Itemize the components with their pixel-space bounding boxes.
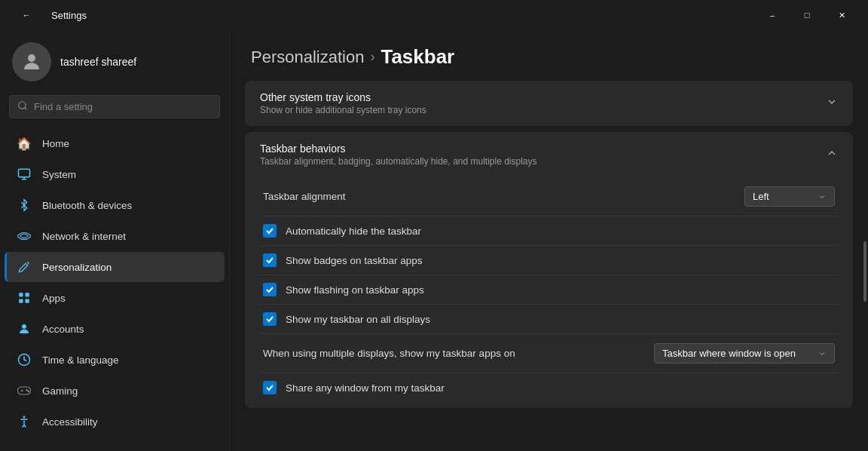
- home-icon: 🏠: [17, 136, 32, 151]
- behaviors-content: Taskbar alignment Left Automatically hid…: [245, 177, 853, 408]
- breadcrumb-parent[interactable]: Personalization: [251, 48, 364, 67]
- search-input[interactable]: [34, 101, 212, 112]
- system-tray-title: Other system tray icons: [260, 91, 426, 103]
- back-button[interactable]: ←: [9, 3, 44, 27]
- avatar: [12, 42, 51, 81]
- sidebar-item-accessibility[interactable]: Accessibility: [5, 407, 225, 437]
- flashing-label: Show flashing on taskbar apps: [286, 284, 424, 296]
- all-displays-checkbox[interactable]: [263, 312, 277, 326]
- svg-point-17: [28, 391, 29, 391]
- badges-row: Show badges on taskbar apps: [260, 246, 838, 275]
- content-area: Personalization › Taskbar Other system t…: [230, 30, 868, 451]
- nav-label-home: Home: [42, 138, 69, 149]
- breadcrumb-separator: ›: [370, 49, 374, 65]
- auto-hide-label: Automatically hide the taskbar: [286, 226, 421, 237]
- alignment-row: Taskbar alignment Left: [260, 177, 838, 216]
- nav-label-time: Time & language: [42, 354, 119, 366]
- behaviors-section: Taskbar behaviors Taskbar alignment, bad…: [245, 132, 853, 408]
- search-icon: [17, 100, 28, 113]
- close-button[interactable]: ✕: [824, 3, 859, 27]
- all-displays-label: Show my taskbar on all displays: [286, 314, 430, 325]
- alignment-dropdown[interactable]: Left: [744, 186, 835, 207]
- svg-rect-8: [26, 293, 29, 296]
- flashing-row: Show flashing on taskbar apps: [260, 275, 838, 305]
- sidebar-item-accounts[interactable]: Accounts: [5, 314, 225, 344]
- svg-rect-7: [19, 293, 23, 296]
- badges-checkbox[interactable]: [263, 253, 277, 267]
- svg-point-1: [19, 102, 26, 109]
- user-name: tashreef shareef: [60, 56, 136, 68]
- nav-label-system: System: [42, 169, 76, 180]
- sidebar-item-system[interactable]: System: [5, 159, 225, 189]
- scrollbar-thumb[interactable]: [863, 241, 866, 302]
- nav-label-network: Network & internet: [42, 231, 126, 242]
- search-box[interactable]: [9, 95, 220, 118]
- svg-point-0: [28, 54, 35, 62]
- svg-point-11: [22, 324, 26, 329]
- minimize-button[interactable]: –: [755, 3, 790, 27]
- nav-label-accounts: Accounts: [42, 324, 84, 335]
- sidebar-item-personalization[interactable]: Personalization: [5, 252, 225, 282]
- user-profile[interactable]: tashreef shareef: [0, 30, 229, 91]
- nav-label-gaming: Gaming: [42, 385, 78, 397]
- nav-label-personalization: Personalization: [42, 262, 112, 273]
- sidebar-item-network[interactable]: Network & internet: [5, 221, 225, 251]
- app-title: Settings: [51, 10, 87, 21]
- system-tray-section: Other system tray icons Show or hide add…: [245, 81, 853, 126]
- sidebar-item-time[interactable]: Time & language: [5, 345, 225, 375]
- network-icon: [17, 229, 32, 244]
- time-icon: [17, 352, 32, 367]
- multi-display-label: When using multiple displays, show my ta…: [263, 348, 515, 359]
- search-container: [0, 91, 229, 127]
- badges-label: Show badges on taskbar apps: [286, 255, 423, 266]
- share-window-label: Share any window from my taskbar: [286, 382, 445, 394]
- auto-hide-checkbox[interactable]: [263, 224, 277, 238]
- app-body: tashreef shareef 🏠 Home: [0, 30, 868, 451]
- share-window-row: Share any window from my taskbar: [260, 373, 838, 402]
- svg-line-6: [27, 262, 29, 264]
- sidebar-item-home[interactable]: 🏠 Home: [5, 128, 225, 158]
- sidebar-item-apps[interactable]: Apps: [5, 283, 225, 313]
- flashing-checkbox[interactable]: [263, 283, 277, 296]
- svg-line-2: [25, 108, 27, 110]
- nav-label-apps: Apps: [42, 293, 66, 304]
- sidebar: tashreef shareef 🏠 Home: [0, 30, 230, 451]
- alignment-label: Taskbar alignment: [263, 191, 346, 202]
- nav-label-accessibility: Accessibility: [42, 416, 98, 428]
- personalization-icon: [17, 259, 32, 275]
- system-tray-header[interactable]: Other system tray icons Show or hide add…: [245, 81, 853, 126]
- multi-display-row: When using multiple displays, show my ta…: [260, 334, 838, 373]
- svg-rect-3: [19, 169, 30, 177]
- nav-label-bluetooth: Bluetooth & devices: [42, 200, 132, 211]
- svg-rect-9: [19, 299, 23, 303]
- auto-hide-row: Automatically hide the taskbar: [260, 216, 838, 246]
- alignment-value: Left: [753, 191, 810, 202]
- svg-point-18: [23, 416, 26, 419]
- bluetooth-icon: [17, 198, 32, 213]
- behaviors-subtitle: Taskbar alignment, badging, automaticall…: [260, 156, 537, 167]
- behaviors-header[interactable]: Taskbar behaviors Taskbar alignment, bad…: [245, 132, 853, 177]
- behaviors-title: Taskbar behaviors: [260, 143, 537, 155]
- sidebar-item-gaming[interactable]: Gaming: [5, 376, 225, 406]
- breadcrumb-current: Taskbar: [381, 45, 454, 69]
- svg-point-16: [26, 390, 27, 391]
- svg-rect-10: [26, 299, 29, 303]
- system-tray-chevron: [826, 96, 838, 111]
- all-displays-row: Show my taskbar on all displays: [260, 305, 838, 334]
- accessibility-icon: [17, 414, 32, 429]
- breadcrumb: Personalization › Taskbar: [230, 30, 868, 81]
- sidebar-item-bluetooth[interactable]: Bluetooth & devices: [5, 190, 225, 220]
- behaviors-chevron: [826, 147, 838, 162]
- system-tray-subtitle: Show or hide additional system tray icon…: [260, 105, 426, 115]
- title-bar: ← Settings – □ ✕: [0, 0, 868, 30]
- system-icon: [17, 167, 32, 182]
- apps-icon: [17, 290, 32, 305]
- multi-display-value: Taskbar where window is open: [662, 348, 810, 359]
- multi-display-dropdown[interactable]: Taskbar where window is open: [654, 343, 835, 364]
- gaming-icon: [17, 383, 32, 398]
- maximize-button[interactable]: □: [790, 3, 824, 27]
- window-controls: – □ ✕: [755, 3, 859, 27]
- accounts-icon: [17, 321, 32, 336]
- share-window-checkbox[interactable]: [263, 381, 277, 394]
- nav-menu: 🏠 Home System B: [0, 127, 229, 437]
